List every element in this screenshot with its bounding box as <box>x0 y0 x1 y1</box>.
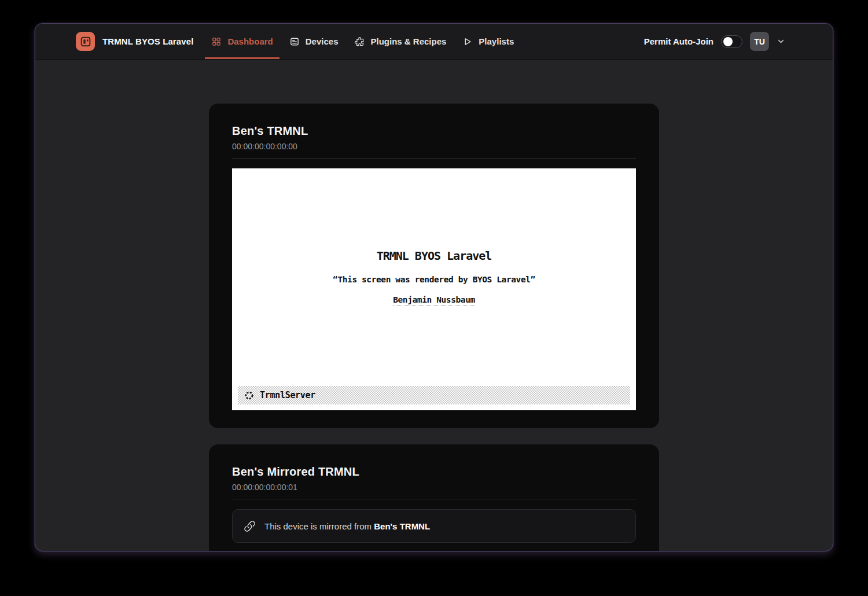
tab-devices[interactable]: Devices <box>283 24 345 59</box>
screen-content: TRMNL BYOS Laravel “This screen was rend… <box>232 168 636 386</box>
device-card-bens-mirrored-trmnl: Ben's Mirrored TRMNL 00:00:00:00:00:01 T… <box>209 444 659 551</box>
app-title: TRMNL BYOS Laravel <box>102 36 193 46</box>
screen-heading: TRMNL BYOS Laravel <box>377 249 492 263</box>
tab-playlists[interactable]: Playlists <box>456 24 520 59</box>
spinner-icon <box>244 391 254 400</box>
device-card-bens-trmnl: Ben's TRMNL 00:00:00:00:00:00 TRMNL BYOS… <box>209 104 659 428</box>
tab-label: Playlists <box>479 36 514 46</box>
divider <box>232 158 636 159</box>
permit-auto-join-toggle[interactable] <box>721 35 742 48</box>
device-name: Ben's Mirrored TRMNL <box>232 465 636 479</box>
mirror-notice-text: This device is mirrored from Ben's TRMNL <box>264 521 430 531</box>
tab-plugins-recipes[interactable]: Plugins & Recipes <box>348 24 453 59</box>
tab-dashboard[interactable]: Dashboard <box>205 24 279 59</box>
permit-auto-join-label: Permit Auto-Join <box>644 36 713 46</box>
main-content: Ben's TRMNL 00:00:00:00:00:00 TRMNL BYOS… <box>35 60 833 551</box>
device-mac-address: 00:00:00:00:00:01 <box>232 483 636 492</box>
avatar[interactable]: TU <box>750 32 769 51</box>
top-navbar: TRMNL BYOS Laravel Dashboard <box>35 24 833 60</box>
link-icon <box>244 520 256 532</box>
tab-label: Plugins & Recipes <box>370 36 446 46</box>
nav-tabs: Dashboard Devices Plugins & Recipes <box>205 24 524 59</box>
device-list-icon <box>289 36 300 47</box>
play-icon <box>462 36 473 47</box>
mirror-notice: This device is mirrored from Ben's TRMNL <box>232 509 636 543</box>
brand: TRMNL BYOS Laravel <box>76 32 193 51</box>
tab-label: Dashboard <box>227 36 273 46</box>
device-mac-address: 00:00:00:00:00:00 <box>232 142 636 151</box>
screen-status-bar: TrmnlServer <box>238 386 630 404</box>
navbar-right: Permit Auto-Join TU <box>644 32 785 51</box>
screen-quote: “This screen was rendered by BYOS Larave… <box>333 275 535 284</box>
mirror-source-device: Ben's TRMNL <box>374 521 430 531</box>
grid-icon <box>211 36 222 47</box>
screen-status-label: TrmnlServer <box>260 390 315 400</box>
app-window: TRMNL BYOS Laravel Dashboard <box>35 23 833 551</box>
tab-label: Devices <box>306 36 339 46</box>
trmnl-device-icon <box>76 32 95 51</box>
divider <box>232 499 636 499</box>
toggle-knob <box>723 37 733 46</box>
puzzle-icon <box>354 36 365 47</box>
device-name: Ben's TRMNL <box>232 124 636 138</box>
eink-screen-preview: TRMNL BYOS Laravel “This screen was rend… <box>232 168 636 410</box>
chevron-down-icon[interactable] <box>777 37 785 46</box>
screen-author-link: Benjamin Nussbaum <box>393 295 475 306</box>
